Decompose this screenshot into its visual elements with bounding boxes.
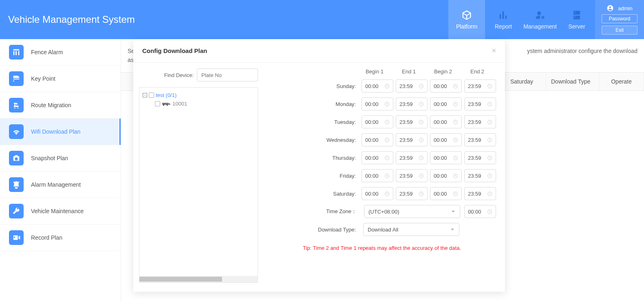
time-input-e1[interactable]: 23:59 (396, 169, 428, 182)
day-label: Thursday: (332, 155, 356, 161)
find-device-input[interactable] (197, 68, 258, 82)
time-input-b1[interactable]: 00:00 (362, 187, 393, 200)
sidebar-item-route-migration[interactable]: Route Migration (0, 92, 121, 119)
time-input-e2[interactable]: 23:59 (464, 169, 496, 182)
sidebar-item-snapshot-plan[interactable]: Snapshot Plan (0, 145, 121, 172)
sidebar-item-alarm-management[interactable]: Alarm Management (0, 172, 121, 198)
time-input-e2[interactable]: 23:59 (464, 187, 496, 200)
timezone-offset-input[interactable]: 00:00 (464, 205, 496, 218)
clock-icon (487, 119, 492, 125)
clock-icon (419, 84, 424, 89)
time-input-b1[interactable]: 00:00 (362, 79, 393, 93)
record-plan-icon (9, 230, 24, 245)
time-input-b2[interactable]: 00:00 (430, 187, 462, 200)
exit-button[interactable]: Exit (602, 26, 637, 35)
sidebar-item-label: Vehicle Maintenance (31, 208, 84, 214)
col-end2: End 2 (460, 68, 494, 75)
clock-icon (453, 191, 458, 196)
modal-header: Config Download Plan × (133, 39, 505, 63)
time-input-e2[interactable]: 23:59 (464, 133, 496, 146)
clock-icon (487, 173, 492, 179)
time-input-e2[interactable]: 23:59 (464, 115, 496, 128)
clock-icon (384, 173, 390, 179)
time-input-e2[interactable]: 23:59 (464, 151, 496, 164)
horizontal-scrollbar[interactable] (139, 276, 258, 282)
svg-point-3 (167, 105, 168, 106)
vehicle-maintenance-icon (9, 204, 24, 218)
time-input-e2[interactable]: 23:59 (464, 97, 496, 110)
time-input-e2[interactable]: 23:59 (464, 79, 496, 93)
sidebar-item-label: Route Migration (31, 102, 71, 108)
download-type-row: Download Type: Download All (268, 223, 459, 236)
wifi-download-plan-icon (9, 124, 24, 139)
clock-icon (453, 101, 458, 107)
snapshot-plan-icon (9, 151, 24, 165)
tree-device-label[interactable]: 10001 (172, 101, 187, 107)
time-input-b1[interactable]: 00:00 (362, 97, 393, 110)
time-input-b1[interactable]: 00:00 (362, 133, 393, 146)
clock-icon (487, 101, 492, 107)
user-panel: admin Password Exit (595, 0, 644, 39)
sidebar-item-vehicle-maintenance[interactable]: Vehicle Maintenance (0, 198, 121, 225)
sidebar-item-key-point[interactable]: Key Point (0, 66, 121, 92)
sidebar-item-label: Alarm Management (31, 181, 81, 188)
tree-group-label[interactable]: test (0/1) (156, 92, 176, 98)
svg-rect-0 (162, 103, 169, 105)
time-input-e1[interactable]: 23:59 (396, 151, 428, 164)
clock-icon (419, 155, 424, 161)
sidebar: Fence AlarmKey PointRoute MigrationWifi … (0, 39, 121, 302)
time-input-b1[interactable]: 00:00 (362, 169, 393, 182)
sidebar-item-label: Key Point (31, 75, 55, 82)
time-input-e1[interactable]: 23:59 (396, 79, 428, 93)
user-name: admin (618, 5, 632, 11)
time-input-b2[interactable]: 00:00 (430, 97, 462, 110)
tree-device-node[interactable]: 10001 (143, 99, 254, 108)
clock-icon (453, 84, 458, 89)
time-input-e1[interactable]: 23:59 (396, 133, 428, 146)
timezone-label: Time Zone： (326, 208, 357, 215)
svg-point-2 (163, 105, 164, 106)
clock-icon (384, 137, 390, 143)
time-input-b2[interactable]: 00:00 (430, 79, 462, 93)
time-input-b2[interactable]: 00:00 (430, 151, 462, 164)
time-input-b2[interactable]: 00:00 (430, 133, 462, 146)
password-button[interactable]: Password (602, 14, 637, 23)
col-saturday: Saturday (505, 73, 546, 90)
time-input-e1[interactable]: 23:59 (396, 97, 428, 110)
clock-icon (453, 137, 458, 143)
modal-close-button[interactable]: × (492, 46, 496, 55)
time-input-b1[interactable]: 00:00 (362, 115, 393, 128)
clock-icon (487, 84, 492, 89)
time-input-e1[interactable]: 23:59 (396, 115, 428, 128)
nav-management[interactable]: Management (522, 0, 558, 39)
cube-icon (461, 9, 472, 21)
modal-right-panel: Begin 1 End 1 Begin 2 End 2 Sunday:00:00… (264, 68, 505, 283)
clock-icon (453, 119, 458, 125)
time-input-e1[interactable]: 23:59 (396, 187, 428, 200)
collapse-icon[interactable]: − (143, 93, 147, 97)
timezone-select[interactable]: (UTC+08:00) (364, 205, 460, 218)
app-header: Vehicle Management System Platform Repor… (0, 0, 644, 39)
modal-title: Config Download Plan (142, 47, 207, 54)
nav-platform[interactable]: Platform (448, 0, 485, 39)
app-title: Vehicle Management System (0, 0, 448, 39)
nav-report[interactable]: Report (485, 0, 522, 39)
clock-icon (384, 155, 390, 161)
sidebar-item-fence-alarm[interactable]: Fence Alarm (0, 39, 121, 66)
sidebar-item-record-plan[interactable]: Record Plan (0, 225, 121, 251)
sidebar-item-wifi-download-plan[interactable]: Wifi Download Plan (0, 119, 121, 145)
day-label: Wednesday: (326, 137, 356, 143)
day-row: Saturday:00:0023:5900:0023:59 (268, 187, 496, 200)
time-input-b1[interactable]: 00:00 (362, 151, 393, 164)
tree-checkbox[interactable] (155, 101, 160, 106)
tree-group-node[interactable]: − test (0/1) (143, 91, 254, 99)
tree-checkbox[interactable] (149, 93, 154, 98)
time-input-b2[interactable]: 00:00 (430, 115, 462, 128)
nav-server[interactable]: Server (558, 0, 595, 39)
device-tree[interactable]: − test (0/1) 10001 (139, 87, 258, 283)
time-input-b2[interactable]: 00:00 (430, 169, 462, 182)
chevron-down-icon (451, 209, 456, 214)
clock-icon (384, 119, 390, 125)
clock-icon (419, 119, 424, 125)
download-type-select[interactable]: Download All (363, 223, 459, 236)
